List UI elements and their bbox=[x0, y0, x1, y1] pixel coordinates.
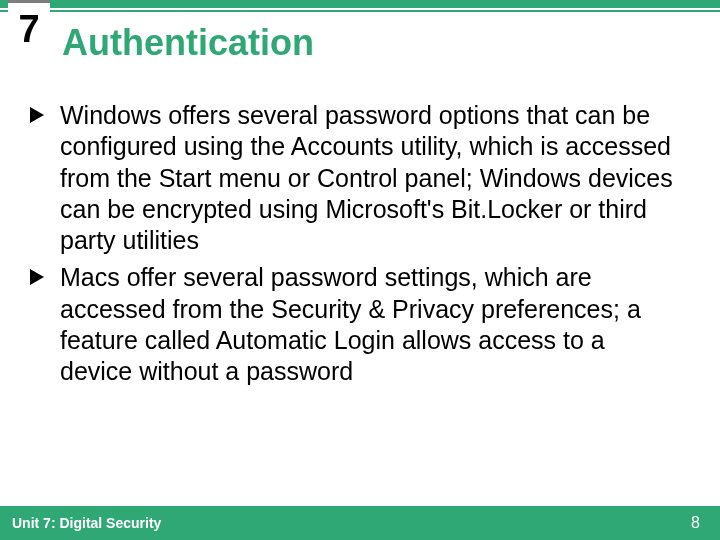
list-item: Windows offers several password options … bbox=[30, 100, 680, 256]
chapter-number-box: 7 bbox=[8, 0, 50, 55]
bullet-text: Windows offers several password options … bbox=[60, 101, 673, 254]
chapter-number: 7 bbox=[18, 10, 39, 48]
content-area: Windows offers several password options … bbox=[30, 100, 680, 393]
bullet-text: Macs offer several password settings, wh… bbox=[60, 263, 641, 385]
footer-bar: Unit 7: Digital Security 8 bbox=[0, 506, 720, 540]
page-number: 8 bbox=[691, 514, 700, 532]
bullet-arrow-icon bbox=[30, 269, 44, 285]
slide: 7 Authentication Windows offers several … bbox=[0, 0, 720, 540]
list-item: Macs offer several password settings, wh… bbox=[30, 262, 680, 387]
bullet-arrow-icon bbox=[30, 107, 44, 123]
page-title: Authentication bbox=[62, 22, 314, 64]
top-thin-bar bbox=[0, 10, 720, 12]
footer-unit-label: Unit 7: Digital Security bbox=[12, 515, 161, 531]
top-accent-bar bbox=[0, 0, 720, 8]
